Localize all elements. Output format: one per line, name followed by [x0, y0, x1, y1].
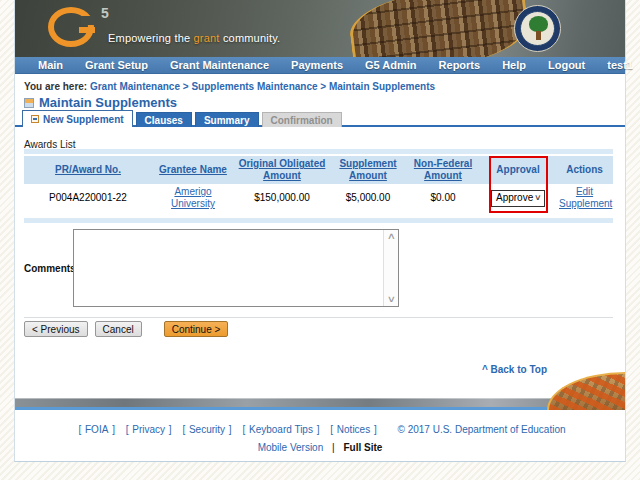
tab-confirmation: Confirmation [262, 112, 342, 127]
footer-keyboard-tips-link[interactable]: Keyboard Tips [249, 424, 313, 435]
footer-divider-image [15, 398, 625, 407]
table-top-strip [24, 149, 613, 154]
textarea-scrollbar[interactable]: ∧ ∨ [383, 230, 398, 306]
breadcrumb-separator: > [183, 81, 189, 92]
seal-tree-icon [529, 16, 548, 32]
chevron-down-icon: ∨ [534, 192, 542, 204]
footer-blue-line [15, 407, 625, 410]
grantee-name-link[interactable]: Amerigo University [171, 186, 215, 209]
col-header-supplement-amount: Supplement Amount [330, 156, 406, 184]
table-bottom-strip [24, 218, 613, 223]
cell-actions: Edit Supplement [556, 184, 613, 212]
buttons-separator [24, 317, 613, 318]
copyright: © 2017 U.S. Department of Education [398, 424, 566, 435]
tab-new-supplement[interactable]: New Supplement [22, 110, 133, 127]
breadcrumb-separator: > [320, 81, 326, 92]
edit-supplement-link[interactable]: Edit Supplement [559, 186, 612, 209]
bracket: [ [126, 424, 129, 435]
footer-notices-link[interactable]: Notices [337, 424, 370, 435]
approval-select-value: Approve [496, 192, 533, 204]
nav-username[interactable]: test1 [596, 59, 640, 71]
footer-security-link[interactable]: Security [189, 424, 225, 435]
awards-table: PR/Award No. Grantee Name Original Oblig… [24, 149, 613, 223]
nav-main[interactable]: Main [27, 59, 74, 71]
bracket: [ [78, 424, 81, 435]
sort-original-obligated-amount[interactable]: Original Obligated Amount [239, 158, 326, 181]
back-to-top-link[interactable]: ^ Back to Top [482, 364, 547, 375]
breadcrumb-grant-maintenance[interactable]: Grant Maintenance [90, 81, 180, 92]
nav-g5-admin[interactable]: G5 Admin [354, 59, 428, 71]
nav-payments[interactable]: Payments [280, 59, 354, 71]
sort-pr-award-no[interactable]: PR/Award No. [55, 164, 121, 175]
col-header-actions: Actions [556, 156, 613, 184]
cell-non-federal-amount: $0.00 [406, 184, 480, 212]
continue-button[interactable]: Continue > [164, 321, 229, 337]
scroll-down-icon[interactable]: ∨ [386, 295, 395, 304]
back-to-top-label: Back to Top [491, 364, 547, 375]
sort-grantee-name[interactable]: Grantee Name [159, 164, 227, 175]
table-row: P004A220001-22 Amerigo University $150,0… [24, 184, 613, 212]
classroom-corner-image [547, 372, 625, 410]
footer-links: [ FOIA ] [ Privacy ] [ Security ] [ Keyb… [15, 424, 625, 435]
full-site-label: Full Site [343, 442, 382, 453]
page-title-row: Maintain Supplements [24, 95, 177, 110]
bracket: [ [242, 424, 245, 435]
tab-label: New Supplement [43, 114, 124, 125]
nav-reports[interactable]: Reports [428, 59, 492, 71]
approval-select[interactable]: Approve ∨ [491, 190, 545, 207]
breadcrumb-maintain-supplements[interactable]: Maintain Supplements [329, 81, 435, 92]
comments-label: Comments [24, 263, 73, 274]
breadcrumb: You are here: Grant Maintenance > Supple… [24, 81, 435, 92]
sort-non-federal-amount[interactable]: Non-Federal Amount [414, 158, 472, 181]
bracket: ] [317, 424, 320, 435]
col-header-pr-award-no: PR/Award No. [24, 156, 152, 184]
col-header-non-federal-amount: Non-Federal Amount [406, 156, 480, 184]
cell-original-obligated-amount: $150,000.00 [234, 184, 330, 212]
scroll-up-icon[interactable]: ∧ [386, 232, 395, 241]
tagline-prefix: Empowering the [108, 32, 194, 44]
footer-privacy-link[interactable]: Privacy [132, 424, 165, 435]
col-header-original-obligated-amount: Original Obligated Amount [234, 156, 330, 184]
g5-logo-five: 5 [101, 5, 109, 21]
comments-section: Comments ∧ ∨ [24, 229, 399, 307]
footer-foia-link[interactable]: FOIA [85, 424, 108, 435]
bracket: [ [330, 424, 333, 435]
breadcrumb-supplements-maintenance[interactable]: Supplements Maintenance [191, 81, 317, 92]
bracket: ] [169, 424, 172, 435]
buttons-row: < Previous Cancel Continue > [24, 321, 228, 337]
nav-logout[interactable]: Logout [537, 59, 596, 71]
tab-summary[interactable]: Summary [195, 112, 259, 127]
masthead: 5 Empowering the grant community. [15, 0, 625, 57]
bracket: [ [182, 424, 185, 435]
comments-textarea[interactable]: ∧ ∨ [73, 229, 399, 307]
tagline-suffix: community. [220, 32, 281, 44]
department-of-education-seal-icon [514, 5, 561, 52]
nav-grant-setup[interactable]: Grant Setup [74, 59, 159, 71]
tab-clauses[interactable]: Clauses [136, 112, 192, 127]
tab-page-icon [31, 115, 39, 123]
nav-grant-maintenance[interactable]: Grant Maintenance [159, 59, 280, 71]
bracket: ] [374, 424, 377, 435]
main-nav: Main Grant Setup Grant Maintenance Payme… [15, 57, 625, 74]
cell-pr-award-no: P004A220001-22 [24, 184, 152, 212]
nav-help[interactable]: Help [491, 59, 537, 71]
content-area: 5 Empowering the grant community. Main G… [14, 0, 626, 462]
g5-logo-icon [48, 7, 94, 47]
breadcrumb-prefix: You are here: [24, 81, 87, 92]
seal-trunk [536, 31, 541, 40]
page-title: Maintain Supplements [39, 95, 177, 110]
cell-supplement-amount: $5,000.00 [330, 184, 406, 212]
cell-grantee-name: Amerigo University [152, 184, 234, 212]
g5-logo-notch [81, 16, 95, 25]
cancel-button[interactable]: Cancel [95, 321, 142, 337]
bookshelf-image [346, 0, 532, 57]
mobile-version-link[interactable]: Mobile Version [258, 442, 324, 453]
col-header-approval: Approval [480, 156, 556, 184]
sort-supplement-amount[interactable]: Supplement Amount [339, 158, 396, 181]
tab-bar: New Supplement Clauses Summary Confirmat… [22, 110, 342, 127]
g5-logo-bar [79, 27, 95, 33]
bracket: ] [112, 424, 115, 435]
previous-button[interactable]: < Previous [24, 321, 88, 337]
cell-approval: Approve ∨ [480, 184, 556, 212]
tagline: Empowering the grant community. [108, 32, 280, 44]
